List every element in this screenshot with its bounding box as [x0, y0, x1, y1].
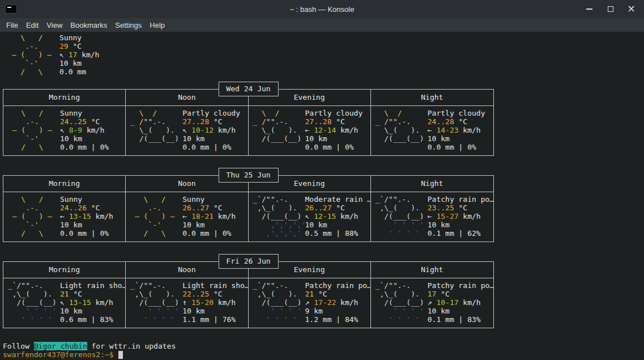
weather-info: Patchy rain po… 21 °C ↗ 17-22 km/h 9 km … [305, 281, 370, 324]
weather-art-icon: _`/"".-. ,\_( ). /(___(__) ' ' ' ' ' ' '… [249, 281, 305, 324]
weather-info: Sunny 24..25 °C ↖ 8-9 km/h 10 km 0.0 mm … [60, 109, 125, 151]
follow-suffix: for wttr.in updates [87, 342, 176, 350]
column-header-night: Night [371, 262, 493, 278]
konsole-icon[interactable] [5, 5, 17, 14]
close-button[interactable]: × [621, 0, 642, 18]
weather-info: Light rain sho… 22..25 °C ↑ 15-20 km/h 1… [182, 281, 248, 324]
weather-info: Patchy rain po… 17 °C ↗ 10-17 km/h 10 km… [428, 281, 493, 324]
weather-info: Sunny 24..26 °C ← 13-15 km/h 10 km 0.0 m… [60, 195, 125, 238]
weather-art-icon: _`/"".-. ,\_( ). /(___(__) ‚'‚'‚'‚' ‚'‚'… [249, 195, 305, 238]
prompt-text: swarfendor437@ferenos2:~$ [3, 350, 114, 359]
window-controls: × [579, 0, 642, 18]
day-label: Fri 26 Jun [218, 254, 278, 269]
menu-item-help[interactable]: Help [146, 19, 169, 31]
menu-item-edit[interactable]: Edit [22, 19, 42, 31]
forecast-cell: \ / .-. – ( ) – `-' / \Sunny 24..25 °C ↖… [3, 106, 126, 155]
maximize-icon [608, 6, 613, 12]
forecast-table: MorningNoonEveningNight _`/"".-. ,\_( ).… [3, 261, 494, 328]
column-header-morning: Morning [3, 90, 126, 106]
forecast-cell: _`/"".-. ,\_( ). /(___(__) ' ' ' ' ' ' '… [126, 278, 248, 328]
close-icon: × [627, 3, 636, 14]
prompt-line: swarfendor437@ferenos2:~$ [3, 350, 644, 359]
forecast-cell: \ / _ /"".-. \_( ). /(___(__) Partly clo… [371, 106, 493, 155]
weather-art-icon: _`/"".-. ,\_( ). /(___(__) ' ' ' ' ' ' '… [3, 281, 60, 324]
weather-info: Moderate rain … 26..27 °C ↖ 12-15 km/h 1… [305, 195, 370, 238]
column-header-morning: Morning [3, 262, 126, 278]
forecast-cell: _`/"".-. ,\_( ). /(___(__) ' ' ' ' ' ' '… [371, 278, 493, 328]
column-header-night: Night [371, 90, 493, 106]
weather-art-icon: \ / .-. – ( ) – `-' / \ [126, 195, 182, 238]
weather-info: Partly cloudy 24..28 °C ← 14-23 km/h 10 … [428, 109, 493, 151]
minimize-icon [586, 9, 592, 10]
forecast-day: Fri 26 JunMorningNoonEveningNight _`/"".… [3, 254, 494, 328]
forecast-table: MorningNoonEveningNight \ / .-. – ( ) – … [3, 175, 494, 242]
window-title: ~ : bash — Konsole [0, 5, 644, 14]
forecast-days: Wed 24 JunMorningNoonEveningNight \ / .-… [0, 82, 644, 328]
weather-art-icon: \ / _ /"".-. \_( ). /(___(__) [371, 109, 428, 151]
maximize-button[interactable] [600, 0, 621, 18]
weather-art-icon: \ / _ /"".-. \_( ). /(___(__) [126, 109, 182, 151]
forecast-cell: _`/"".-. ,\_( ). /(___(__) ' ' ' ' ' ' '… [3, 278, 126, 328]
weather-info: Light rain sho… 21 °C ↖ 13-15 km/h 10 km… [60, 281, 125, 324]
menu-item-view[interactable]: View [42, 19, 66, 31]
column-header-night: Night [371, 176, 493, 192]
weather-info: Partly cloudy 27..28 °C ← 12-14 km/h 10 … [305, 109, 370, 151]
weather-info: Sunny 26..27 °C ← 18-21 km/h 10 km 0.0 m… [182, 195, 248, 238]
forecast-cell: _`/"".-. ,\_( ). /(___(__) ' ' ' ' ' ' '… [371, 192, 493, 242]
terminal[interactable]: \ / .-. – ( ) – `-' / \Sunny 29 °C ↖ 17 … [0, 33, 644, 360]
weather-art-icon: _`/"".-. ,\_( ). /(___(__) ' ' ' ' ' ' '… [371, 195, 428, 238]
weather-art-icon: \ / .-. – ( ) – `-' / \ [3, 109, 60, 151]
forecast-cell: \ / .-. – ( ) – `-' / \Sunny 26..27 °C ←… [126, 192, 248, 242]
forecast-cell: _`/"".-. ,\_( ). /(___(__) ' ' ' ' ' ' '… [249, 278, 371, 328]
follow-line: Follow @igor_chubin for wttr.in updates [3, 342, 644, 350]
forecast-day: Wed 24 JunMorningNoonEveningNight \ / .-… [3, 82, 494, 156]
day-label: Wed 24 Jun [218, 82, 278, 96]
weather-art-icon: _`/"".-. ,\_( ). /(___(__) ' ' ' ' ' ' '… [371, 281, 428, 324]
current-weather: \ / .-. – ( ) – `-' / \Sunny 29 °C ↖ 17 … [3, 33, 644, 76]
forecast-cell: _`/"".-. ,\_( ). /(___(__) ‚'‚'‚'‚' ‚'‚'… [249, 192, 371, 242]
terminal-footer: Follow @igor_chubin for wttr.in updates … [3, 342, 644, 359]
weather-art-icon: \ / .-. – ( ) – `-' / \ [3, 195, 60, 238]
menu-bar: FileEditViewBookmarksSettingsHelp [0, 18, 644, 32]
forecast-cell: \ / _ /"".-. \_( ). /(___(__) Partly clo… [126, 106, 248, 155]
day-label: Thu 25 Jun [218, 168, 278, 183]
weather-info: Sunny 29 °C ↖ 17 km/h 10 km 0.0 mm [59, 33, 644, 76]
title-bar: ~ : bash — Konsole × [0, 0, 644, 18]
weather-art-icon: \ / .-. – ( ) – `-' / \ [3, 33, 59, 76]
terminal-cursor [118, 351, 123, 359]
follow-prefix: Follow [3, 342, 34, 350]
menu-item-file[interactable]: File [2, 19, 22, 31]
menu-item-settings[interactable]: Settings [111, 19, 146, 31]
forecast-cell: \ / _ /"".-. \_( ). /(___(__) Partly clo… [249, 106, 371, 155]
forecast-day: Thu 25 JunMorningNoonEveningNight \ / .-… [3, 168, 494, 242]
weather-info: Partly cloudy 27..28 °C ↖ 10-12 km/h 10 … [182, 109, 248, 151]
forecast-cell: \ / .-. – ( ) – `-' / \Sunny 24..26 °C ←… [3, 192, 126, 242]
forecast-table: MorningNoonEveningNight \ / .-. – ( ) – … [3, 89, 494, 156]
menu-item-bookmarks[interactable]: Bookmarks [66, 19, 111, 31]
weather-info: Patchy rain po… 23..25 °C ← 15-27 km/h 1… [428, 195, 493, 238]
column-header-morning: Morning [3, 176, 126, 192]
follow-handle: @igor_chubin [34, 342, 87, 350]
weather-art-icon: \ / _ /"".-. \_( ). /(___(__) [249, 109, 305, 151]
weather-art-icon: _`/"".-. ,\_( ). /(___(__) ' ' ' ' ' ' '… [126, 281, 182, 324]
minimize-button[interactable] [579, 0, 600, 18]
